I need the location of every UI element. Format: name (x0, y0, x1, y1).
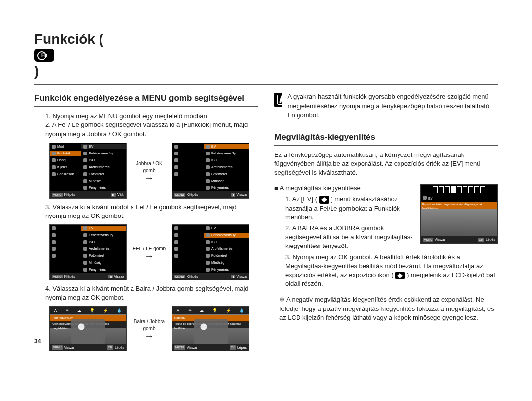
arrow-label-3: Balra / Jobbra gomb → (132, 318, 167, 339)
arrow-right-icon: → (144, 252, 154, 259)
arrow-label-1: Jobbra / OK gomb → (132, 160, 167, 181)
camera-menu-before-1: MódEV FunkciókFehéregyensúly HangISO Kij… (49, 143, 127, 199)
tip-box: A gyakran használt funkciók gyorsabb eng… (274, 93, 498, 120)
menu-row-1: MódEV FunkciókFehéregyensúly HangISO Kij… (49, 143, 258, 199)
left-step4: 4. Válassza ki a kívánt menüt a Balra / … (45, 284, 258, 302)
arrow-right-icon: → (144, 332, 154, 339)
right-column: A gyakran használt funkciók gyorsabb eng… (274, 93, 498, 355)
right-note: ※ A negatív megvilágítás-kiegyenlítés ér… (279, 295, 498, 322)
left-step2: 2. A Fel / Le gombok segítségével válass… (45, 121, 258, 138)
wb-menu-before: A☀☁💡⚡💧 Fehéregyensúly A fehéregyensúly b… (49, 306, 127, 351)
menu-row-3: A☀☁💡⚡💧 Fehéregyensúly A fehéregyensúly b… (49, 306, 258, 351)
ev-icon (395, 272, 405, 279)
camera-menu-after-2: EV Fehéregyensúly ISO Arcfelismerés Fotó… (172, 224, 249, 280)
left-column: Funkciók engedélyezése a MENU gomb segít… (34, 93, 258, 355)
menu-row-2: EV Fehéregyensúly ISO Arcfelismerés Fotó… (49, 224, 258, 280)
right-subtitle: Megvilágítás-kiegyenlítés (274, 131, 498, 146)
wb-menu-after: A☀☁💡⚡💧 Napfény Tiszta és csendes kültéri… (172, 306, 249, 351)
camera-menu-before-2: EV Fehéregyensúly ISO Arcfelismerés Fotó… (49, 224, 127, 280)
left-step3: 3. Válassza ki a kívánt módot a Fel / Le… (45, 203, 258, 220)
left-subtitle: Funkciók engedélyezése a MENU gomb segít… (34, 93, 258, 107)
page-title: Funkciók ( Fn ) (34, 30, 103, 81)
ev-icon (319, 196, 329, 204)
left-step1: 1. Nyomja meg az MENU gombot egy megfele… (45, 112, 258, 121)
arrow-right-icon: → (144, 174, 154, 181)
page-title-row: Funkciók ( Fn ) (34, 30, 498, 85)
note-icon (274, 93, 282, 107)
arrow-label-2: FEL / LE gomb → (132, 246, 167, 259)
ev-scale-menu: EV Expozíciós érték megadása a kép világ… (420, 184, 498, 244)
right-step3: 3. Nyomja meg az OK gombot. A beállított… (285, 253, 498, 289)
camera-fn-icon: Fn (34, 49, 54, 62)
right-para1: Ez a fényképezőgép automatikusan, a körn… (274, 151, 498, 178)
page-number: 34 (34, 338, 41, 346)
tip-text: A gyakran használt funkciók gyorsabb eng… (287, 93, 498, 120)
camera-menu-after-1: EV Fehéregyensúly ISO Arcfelismerés Fotó… (172, 143, 249, 199)
